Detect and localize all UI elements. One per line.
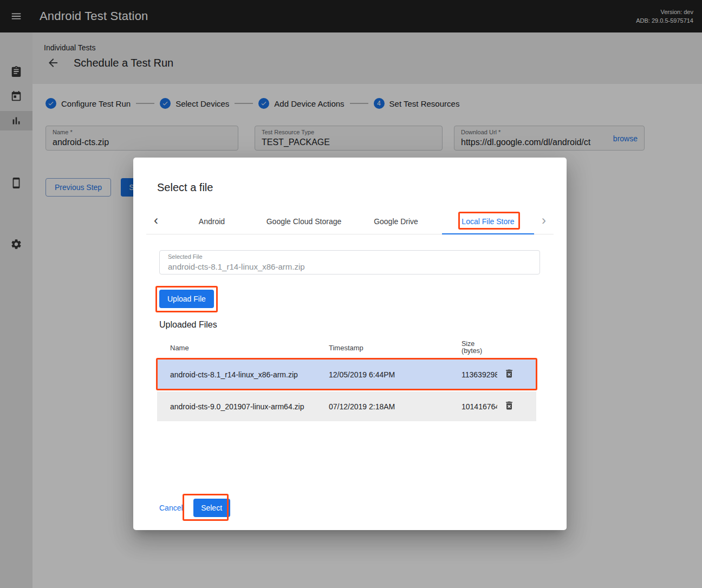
size-cell: 113639298: [450, 370, 497, 379]
selected-file-value: android-cts-8.1_r14-linux_x86-arm.zip: [168, 262, 531, 271]
tab-google-drive[interactable]: Google Drive: [350, 208, 442, 234]
table-header: Name Timestamp Size (bytes): [157, 336, 536, 360]
table-row-cts-file[interactable]: android-cts-8.1_r14-linux_x86-arm.zip 12…: [157, 360, 536, 389]
trash-icon: [504, 368, 515, 379]
delete-file-button[interactable]: [503, 400, 516, 413]
selected-file-field: Selected File android-cts-8.1_r14-linux_…: [159, 250, 540, 275]
tab-local-file-store[interactable]: Local File Store: [442, 208, 534, 234]
uploaded-files-table: Name Timestamp Size (bytes) android-cts-…: [157, 336, 536, 421]
tab-android[interactable]: Android: [166, 208, 258, 234]
row-actions: [497, 400, 536, 413]
selected-file-label: Selected File: [168, 253, 531, 260]
dialog-footer: Cancel Select: [155, 499, 230, 517]
column-header-size: Size (bytes): [450, 341, 497, 355]
row-actions: [497, 368, 536, 381]
table-row-sts-file[interactable]: android-sts-9.0_201907-linux-arm64.zip 0…: [157, 391, 536, 421]
cancel-button[interactable]: Cancel: [155, 504, 187, 512]
file-name-cell: android-sts-9.0_201907-linux-arm64.zip: [157, 402, 317, 411]
column-header-size-line2: (bytes): [461, 348, 497, 355]
size-cell: 101416764: [450, 402, 497, 411]
timestamp-cell: 07/12/2019 2:18AM: [317, 402, 450, 411]
timestamp-cell: 12/05/2019 6:44PM: [317, 370, 450, 379]
select-file-dialog: Select a file ‹ Android Google Cloud Sto…: [133, 158, 567, 530]
column-header-timestamp: Timestamp: [317, 344, 450, 352]
delete-file-button[interactable]: [503, 368, 516, 381]
uploaded-files-title: Uploaded Files: [159, 320, 217, 330]
upload-file-button[interactable]: Upload File: [159, 290, 214, 308]
file-name-cell: android-cts-8.1_r14-linux_x86-arm.zip: [157, 370, 317, 379]
column-header-name: Name: [157, 344, 317, 352]
select-button[interactable]: Select: [193, 499, 230, 517]
file-source-tabs: ‹ Android Google Cloud Storage Google Dr…: [146, 208, 554, 234]
trash-icon: [504, 400, 515, 411]
tabs-scroll-right-icon[interactable]: ›: [534, 208, 554, 234]
tab-google-cloud-storage[interactable]: Google Cloud Storage: [258, 208, 350, 234]
tabs-scroll-left-icon[interactable]: ‹: [146, 208, 166, 234]
dialog-title: Select a file: [157, 181, 213, 194]
